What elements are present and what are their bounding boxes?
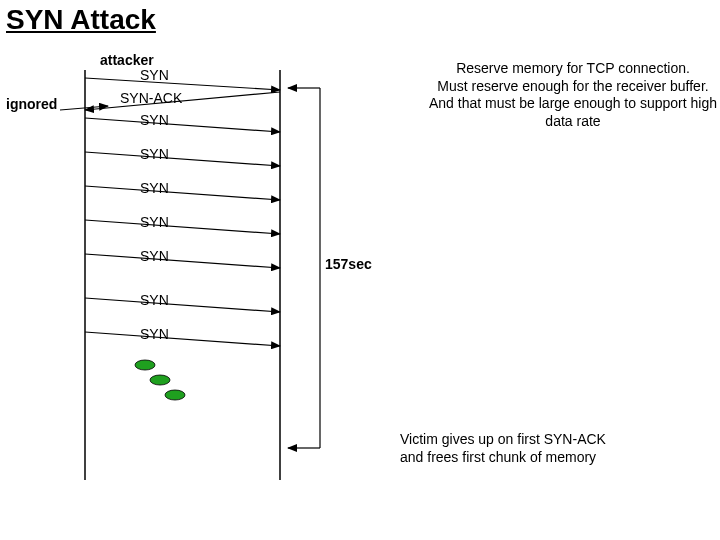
ellipsis-dot xyxy=(135,360,155,370)
arrow-syn xyxy=(85,220,280,234)
arrow-syn xyxy=(85,152,280,166)
ellipsis-dot xyxy=(165,390,185,400)
arrow-syn xyxy=(85,186,280,200)
arrow-syn xyxy=(85,118,280,132)
arrow-syn xyxy=(85,332,280,346)
ellipsis-dot xyxy=(150,375,170,385)
arrow-syn xyxy=(85,78,280,90)
arrow-syn xyxy=(85,254,280,268)
arrow-synack xyxy=(85,92,280,110)
diagram-svg xyxy=(0,0,720,540)
arrow-syn xyxy=(85,298,280,312)
